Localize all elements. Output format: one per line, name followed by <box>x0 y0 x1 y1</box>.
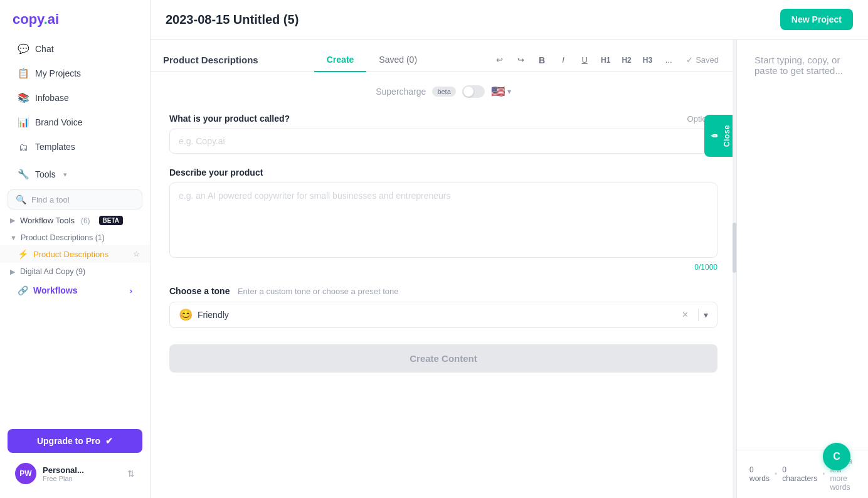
toolbar-icons: ↩ ↪ B I U H1 H2 H3 ... ✓ Saved <box>485 51 724 69</box>
brand-voice-icon: 📊 <box>18 117 29 128</box>
close-tab-button[interactable]: ✏ Close <box>704 115 736 157</box>
product-name-field: What is your product called? Optional <box>169 114 717 154</box>
sidebar-item-workflows[interactable]: 🔗 Workflows › <box>5 280 145 300</box>
product-name-label-row: What is your product called? Optional <box>169 114 717 124</box>
digital-ad-copy-label: Digital Ad Copy (9) <box>20 267 85 276</box>
editor-placeholder: Start typing, copy, or paste to get star… <box>754 55 843 76</box>
h2-button[interactable]: H2 <box>618 54 635 66</box>
template-title: Product Descriptions <box>163 55 258 65</box>
sidebar-item-projects-label: My Projects <box>35 68 81 78</box>
product-name-input[interactable] <box>169 129 717 154</box>
sidebar-bottom: Upgrade to Pro ✔ PW Personal... Free Pla… <box>0 421 150 498</box>
right-panel: Start typing, copy, or paste to get star… <box>737 40 868 498</box>
chevron-updown-icon: ⇅ <box>127 469 135 479</box>
char-count-editor: 0 characters <box>782 465 817 483</box>
product-desc-label: Product Descriptions <box>33 250 109 259</box>
nav-section: 💬 Chat 📋 My Projects 📚 Infobase 📊 Brand … <box>0 34 150 162</box>
tool-search-box[interactable]: 🔍 <box>8 189 142 209</box>
h3-button[interactable]: H3 <box>639 54 656 66</box>
scrollbar-thumb[interactable] <box>733 223 736 273</box>
workflows-icon: 🔗 <box>18 285 28 295</box>
dot-separator-1: • <box>775 470 777 479</box>
main-content: 2023-08-15 Untitled (5) New Project Prod… <box>151 0 868 498</box>
tab-create[interactable]: Create <box>314 48 367 72</box>
tools-icon: 🔧 <box>18 169 29 180</box>
undo-button[interactable]: ↩ <box>490 51 508 69</box>
supercharge-bar: Supercharge beta 🇺🇸 ▾ <box>169 85 717 98</box>
chevron-right-icon-2: ▶ <box>10 268 15 276</box>
underline-button[interactable]: U <box>576 51 593 69</box>
redo-button[interactable]: ↪ <box>512 51 529 69</box>
sidebar-item-tools-label: Tools <box>35 169 56 179</box>
tone-label-row: Choose a tone Enter a custom tone or cho… <box>169 285 717 297</box>
projects-icon: 📋 <box>18 68 29 79</box>
supercharge-toggle[interactable] <box>462 85 485 98</box>
tone-select[interactable]: 😊 Friendly × ▾ <box>169 302 717 328</box>
dot-separator-2: • <box>822 470 825 479</box>
create-content-button[interactable]: Create Content <box>169 344 717 373</box>
saved-indicator: ✓ Saved <box>686 55 719 65</box>
close-tab-label: Close <box>722 125 731 147</box>
infobase-icon: 📚 <box>18 92 29 103</box>
chevron-down-icon: ▼ <box>10 234 17 241</box>
logo-area: copy.ai <box>0 0 150 34</box>
panels: Product Descriptions Create Saved (0) ↩ … <box>151 40 868 498</box>
describe-product-textarea[interactable] <box>169 183 717 258</box>
tone-divider <box>698 309 699 321</box>
user-plan: Free Plan <box>43 475 121 482</box>
search-icon: 🔍 <box>16 194 26 204</box>
workflow-tools-count: (6) <box>81 216 90 225</box>
top-bar: 2023-08-15 Untitled (5) New Project <box>151 0 868 40</box>
sidebar-item-brand-voice[interactable]: 📊 Brand Voice <box>5 110 145 134</box>
sidebar-item-infobase[interactable]: 📚 Infobase <box>5 86 145 110</box>
sidebar-item-chat[interactable]: 💬 Chat <box>5 37 145 61</box>
chat-icon: 💬 <box>18 43 29 55</box>
tone-chevron-icon: ▾ <box>704 310 708 320</box>
tone-label: Choose a tone <box>169 286 230 296</box>
templates-icon: 🗂 <box>18 141 29 152</box>
fab-button[interactable]: C <box>823 443 850 470</box>
scrollbar-track <box>733 40 736 498</box>
lightning-icon: ⚡ <box>18 249 28 259</box>
sidebar-item-tools[interactable]: 🔧 Tools ▾ <box>5 162 145 186</box>
product-desc-group-label: Product Descriptions (1) <box>21 233 105 242</box>
beta-badge: BETA <box>99 216 123 225</box>
sidebar-item-product-descriptions[interactable]: ⚡ Product Descriptions ☆ <box>0 245 150 263</box>
workflows-label: Workflows <box>33 285 78 295</box>
italic-button[interactable]: I <box>554 51 572 69</box>
product-name-label: What is your product called? <box>169 114 290 124</box>
bold-button[interactable]: B <box>533 51 551 69</box>
sidebar-item-templates-label: Templates <box>35 142 75 152</box>
describe-product-field: Describe your product 0/1000 <box>169 167 717 272</box>
sidebar-item-brand-voice-label: Brand Voice <box>35 117 83 127</box>
sidebar-item-digital-ad-copy[interactable]: ▶ Digital Ad Copy (9) <box>0 264 150 279</box>
tools-chevron-icon: ▾ <box>63 171 67 179</box>
flag-icon: 🇺🇸 <box>491 85 505 98</box>
language-select[interactable]: 🇺🇸 ▾ <box>491 85 511 98</box>
sidebar-item-workflow-tools[interactable]: ▶ Workflow Tools (6) BETA <box>0 212 150 229</box>
supercharge-label: Supercharge <box>376 87 426 97</box>
tab-nav: Create Saved (0) <box>314 48 430 72</box>
h1-button[interactable]: H1 <box>597 54 614 66</box>
upgrade-to-pro-button[interactable]: Upgrade to Pro ✔ <box>8 429 142 453</box>
user-info: Personal... Free Plan <box>43 465 121 482</box>
tab-saved[interactable]: Saved (0) <box>366 48 430 72</box>
sidebar-item-templates[interactable]: 🗂 Templates <box>5 135 145 159</box>
tone-value: Friendly <box>198 310 682 320</box>
sidebar-item-my-projects[interactable]: 📋 My Projects <box>5 61 145 85</box>
new-project-button[interactable]: New Project <box>780 9 853 30</box>
search-input[interactable] <box>31 195 134 204</box>
chevron-right-icon: ▶ <box>10 216 15 225</box>
user-name: Personal... <box>43 465 121 475</box>
language-dropdown-icon: ▾ <box>507 87 511 96</box>
sidebar: copy.ai 💬 Chat 📋 My Projects 📚 Infobase … <box>0 0 151 498</box>
product-descriptions-header[interactable]: ▼ Product Descriptions (1) <box>0 230 150 245</box>
user-profile[interactable]: PW Personal... Free Plan ⇅ <box>8 457 142 490</box>
tone-emoji: 😊 <box>179 308 193 322</box>
tone-clear-button[interactable]: × <box>682 309 688 321</box>
sidebar-item-infobase-label: Infobase <box>35 93 69 103</box>
beta-pill: beta <box>432 87 455 97</box>
editor-area[interactable]: Start typing, copy, or paste to get star… <box>737 40 868 450</box>
more-options-button[interactable]: ... <box>660 51 677 69</box>
product-descriptions-group: ▼ Product Descriptions (1) ⚡ Product Des… <box>0 229 150 264</box>
